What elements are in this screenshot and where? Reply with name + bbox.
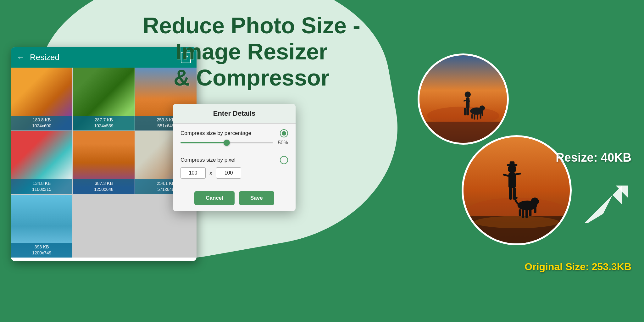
enter-details-dialog: Enter Details Compress size by percentag… xyxy=(173,104,296,211)
original-size-label: Original Size: 253.3KB xyxy=(525,261,631,273)
svg-point-19 xyxy=(474,216,559,228)
svg-rect-12 xyxy=(474,114,475,119)
svg-point-10 xyxy=(480,105,485,111)
svg-rect-33 xyxy=(529,209,532,216)
svg-rect-15 xyxy=(471,114,473,119)
photo-cell-7[interactable]: 393 KB 1200x749 xyxy=(11,195,72,258)
option-percentage-label: Compress size by percentage xyxy=(180,130,251,136)
arrow-icon xyxy=(578,179,628,230)
svg-rect-23 xyxy=(508,173,516,188)
svg-rect-34 xyxy=(519,209,521,216)
option-pixel-row[interactable]: Compress size by pixel xyxy=(180,156,288,164)
app-title-area: Reduce Photo Size - Image Resizer & Comp… xyxy=(126,13,377,91)
photo-cell-1[interactable]: 180.8 KB 1024x600 xyxy=(11,68,72,130)
photo-info-2: 287.7 KB 1024x539 xyxy=(73,116,134,130)
svg-rect-26 xyxy=(509,187,512,200)
svg-point-22 xyxy=(508,165,516,173)
svg-point-29 xyxy=(531,197,539,205)
option-percentage-row[interactable]: Compress size by percentage xyxy=(180,129,288,137)
circle-bottom-image xyxy=(462,135,572,245)
dialog-body: Compress size by percentage 50% Compress… xyxy=(173,124,296,191)
option-pixel-label: Compress size by pixel xyxy=(180,157,236,163)
svg-rect-13 xyxy=(477,114,478,119)
slider-track[interactable] xyxy=(180,142,273,143)
dialog-buttons: Cancel Save xyxy=(173,191,296,211)
svg-rect-11 xyxy=(481,110,483,116)
slider-percentage-label: 50% xyxy=(276,140,288,146)
svg-rect-4 xyxy=(466,97,470,108)
photo-grid: 180.8 KB 1024x600 287.7 KB 1024x539 253.… xyxy=(11,68,197,258)
svg-rect-31 xyxy=(522,209,524,218)
slider-thumb[interactable] xyxy=(224,140,230,146)
svg-point-3 xyxy=(465,92,471,97)
app-subtitle: & Compressor xyxy=(126,65,377,91)
svg-rect-7 xyxy=(467,108,469,115)
photo-cell-2[interactable]: 287.7 KB 1024x539 xyxy=(73,68,134,130)
dialog-header: Enter Details xyxy=(173,104,296,124)
pixel-width-input[interactable] xyxy=(180,167,206,179)
svg-rect-30 xyxy=(534,204,536,213)
svg-rect-14 xyxy=(480,114,481,119)
circle-top-image xyxy=(418,53,509,145)
svg-rect-32 xyxy=(525,209,528,218)
cancel-button[interactable]: Cancel xyxy=(194,191,235,205)
resize-label: Resize: 40KB xyxy=(556,151,631,164)
photo-info-7: 393 KB 1200x749 xyxy=(11,243,72,258)
pixel-input-row: x xyxy=(180,167,288,179)
photo-cell-4[interactable]: 134.8 KB 1100x315 xyxy=(11,131,72,194)
svg-rect-8 xyxy=(464,108,467,115)
back-button[interactable]: ← xyxy=(17,53,25,62)
dialog-title: Enter Details xyxy=(180,109,288,118)
photo-info-1: 180.8 KB 1024x600 xyxy=(11,116,72,130)
slider-row: 50% xyxy=(180,140,288,150)
pixel-x-separator: x xyxy=(209,170,212,176)
slider-fill xyxy=(180,142,227,143)
photo-cell-5[interactable]: 387.3 KB 1250x648 xyxy=(73,131,134,194)
photo-info-5: 387.3 KB 1250x648 xyxy=(73,179,134,194)
pixel-height-input[interactable] xyxy=(216,167,241,179)
app-title: Reduce Photo Size - Image Resizer xyxy=(126,13,377,65)
radio-pixel[interactable] xyxy=(280,156,288,164)
save-button[interactable]: Save xyxy=(239,191,274,205)
radio-percentage[interactable] xyxy=(280,129,288,137)
photo-info-4: 134.8 KB 1100x315 xyxy=(11,179,72,194)
